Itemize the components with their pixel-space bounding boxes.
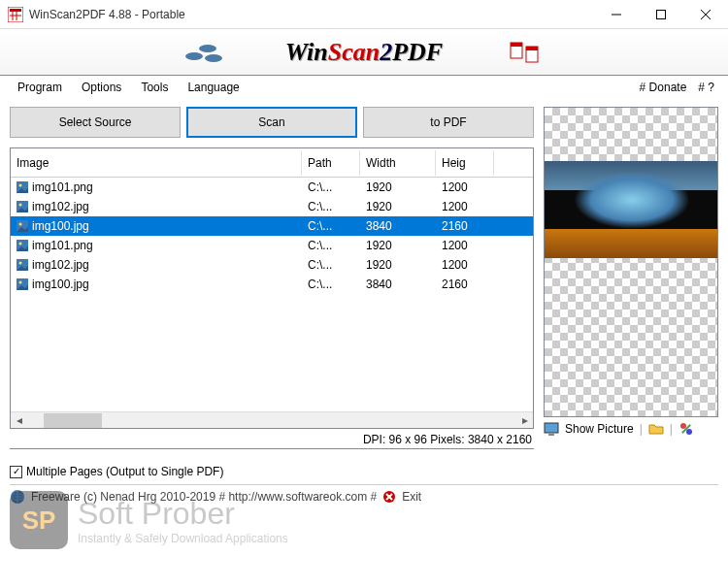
preview-image [545, 161, 717, 258]
header-height[interactable]: Heig [436, 150, 494, 176]
svg-rect-15 [526, 47, 538, 50]
to-pdf-button[interactable]: to PDF [363, 107, 534, 138]
image-list[interactable]: Image Path Width Heig img101.pngC:\...19… [10, 147, 534, 429]
app-icon [8, 7, 23, 22]
image-file-icon [17, 220, 28, 232]
globe-icon [10, 489, 25, 505]
right-pane: Show Picture | | [544, 107, 718, 455]
svg-point-30 [680, 423, 686, 429]
svg-rect-1 [10, 9, 21, 12]
list-body[interactable]: img101.pngC:\...19201200img102.jpgC:\...… [11, 178, 533, 411]
list-header: Image Path Width Heig [11, 148, 533, 178]
multiple-pages-checkbox[interactable]: ✓ [10, 466, 22, 478]
banner: WinScan2PDF [0, 29, 728, 76]
svg-point-25 [19, 262, 22, 265]
table-row[interactable]: img102.jpgC:\...19201200 [11, 197, 533, 216]
svg-point-17 [19, 184, 22, 187]
menu-tools[interactable]: Tools [131, 77, 178, 98]
svg-point-10 [199, 45, 216, 52]
close-button[interactable] [683, 0, 728, 29]
image-file-icon [17, 240, 28, 251]
banner-title: WinScan2PDF [285, 38, 443, 67]
table-row[interactable]: img100.jpgC:\...38402160 [11, 275, 533, 294]
menu-donate[interactable]: # Donate [634, 77, 693, 98]
table-row[interactable]: img101.pngC:\...19201200 [11, 178, 533, 197]
multiple-pages-row: ✓ Multiple Pages (Output to Single PDF) [10, 459, 718, 484]
svg-rect-13 [511, 43, 522, 47]
show-picture-link[interactable]: Show Picture [565, 422, 634, 436]
scan-button[interactable]: Scan [186, 107, 357, 138]
svg-point-27 [19, 281, 22, 284]
table-row[interactable]: img102.jpgC:\...19201200 [11, 255, 533, 275]
minimize-button[interactable] [594, 0, 639, 29]
monitor-icon[interactable] [544, 421, 559, 437]
statusbar: Freeware (c) Nenad Hrg 2010-2019 # http:… [10, 484, 718, 508]
titlebar: WinScan2PDF 4.88 - Portable [0, 0, 728, 29]
menubar: Program Options Tools Language # Donate … [0, 76, 728, 99]
preview-toolbar: Show Picture | | [544, 417, 718, 437]
image-file-icon [17, 278, 28, 290]
image-file-icon [17, 201, 28, 212]
tools-icon[interactable] [678, 421, 694, 437]
svg-rect-6 [657, 10, 666, 18]
scroll-thumb[interactable] [44, 413, 102, 428]
window-title: WinScan2PDF 4.88 - Portable [29, 8, 594, 21]
svg-point-11 [205, 54, 222, 62]
separator [10, 448, 534, 449]
folder-icon[interactable] [648, 421, 664, 437]
exit-link[interactable]: Exit [402, 490, 421, 504]
svg-point-19 [19, 204, 22, 207]
svg-point-31 [686, 429, 692, 435]
header-width[interactable]: Width [360, 150, 436, 176]
image-file-icon [17, 259, 28, 271]
content-area: Select Source Scan to PDF Image Path Wid… [0, 99, 728, 455]
svg-point-21 [19, 223, 22, 226]
header-path[interactable]: Path [302, 150, 360, 176]
window-controls [594, 0, 728, 29]
footer-text: Freeware (c) Nenad Hrg 2010-2019 # http:… [31, 490, 377, 504]
table-row[interactable]: img100.jpgC:\...38402160 [11, 216, 533, 236]
svg-rect-29 [548, 434, 554, 436]
scroll-left-icon[interactable]: ◂ [11, 412, 27, 429]
bottom-area: ✓ Multiple Pages (Output to Single PDF) … [0, 455, 728, 514]
watermark-subtitle: Instantly & Safely Download Applications [78, 532, 288, 545]
horizontal-scrollbar[interactable]: ◂ ▸ [11, 411, 533, 428]
svg-rect-28 [545, 423, 558, 433]
multiple-pages-label: Multiple Pages (Output to Single PDF) [26, 465, 223, 478]
menu-language[interactable]: Language [178, 77, 248, 98]
exit-icon[interactable] [382, 490, 396, 504]
svg-point-23 [19, 243, 22, 245]
action-button-row: Select Source Scan to PDF [10, 107, 534, 138]
image-file-icon [17, 181, 28, 193]
menu-options[interactable]: Options [72, 77, 131, 98]
menu-help[interactable]: # ? [692, 77, 720, 98]
dpi-status: DPI: 96 x 96 Pixels: 3840 x 2160 [10, 429, 534, 448]
menu-program[interactable]: Program [8, 77, 72, 98]
header-image[interactable]: Image [11, 150, 302, 176]
left-pane: Select Source Scan to PDF Image Path Wid… [10, 107, 534, 455]
preview-area [544, 107, 718, 417]
scroll-right-icon[interactable]: ▸ [516, 412, 533, 429]
svg-point-9 [185, 52, 203, 60]
pdf-icon [509, 41, 544, 64]
maximize-button[interactable] [639, 0, 683, 29]
scanner-icon [184, 37, 223, 66]
table-row[interactable]: img101.pngC:\...19201200 [11, 236, 533, 255]
select-source-button[interactable]: Select Source [10, 107, 181, 138]
